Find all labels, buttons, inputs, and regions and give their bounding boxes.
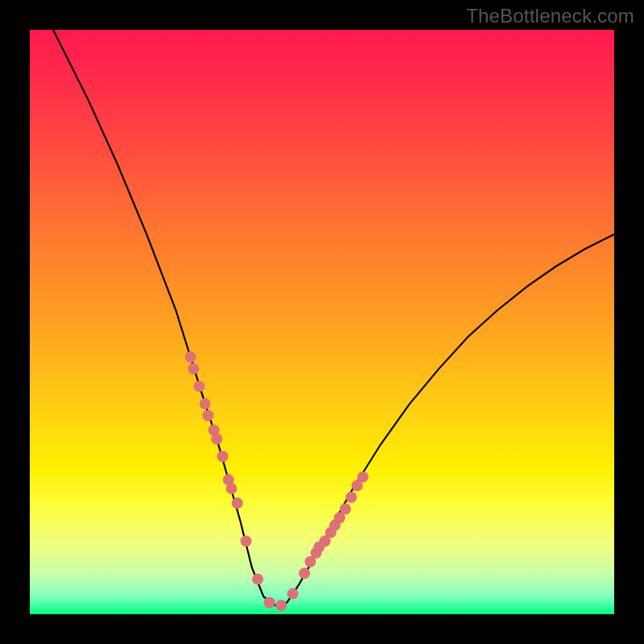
- curve-marker: [202, 410, 213, 421]
- curve-marker: [264, 597, 275, 609]
- plot-area: [30, 30, 614, 614]
- curve-marker: [357, 471, 369, 482]
- curve-marker: [299, 568, 310, 579]
- curve-marker: [241, 535, 252, 547]
- curve-marker: [232, 497, 243, 509]
- curve-marker: [252, 573, 263, 584]
- curve-marker: [345, 492, 357, 503]
- curve-marker: [275, 600, 287, 611]
- curve-marker: [188, 363, 199, 374]
- curve-marker: [226, 483, 237, 494]
- chart-frame: TheBottleneck.com: [0, 0, 644, 644]
- curve-markers: [185, 352, 369, 611]
- curve-marker: [340, 503, 351, 514]
- curve-marker: [185, 352, 196, 363]
- chart-svg: [30, 30, 614, 614]
- curve-marker: [287, 588, 299, 600]
- bottleneck-curve: [30, 0, 614, 605]
- curve-marker: [211, 433, 222, 444]
- curve-marker: [217, 451, 229, 462]
- attribution-text: TheBottleneck.com: [466, 5, 634, 27]
- curve-marker: [200, 398, 211, 410]
- curve-marker: [194, 381, 205, 392]
